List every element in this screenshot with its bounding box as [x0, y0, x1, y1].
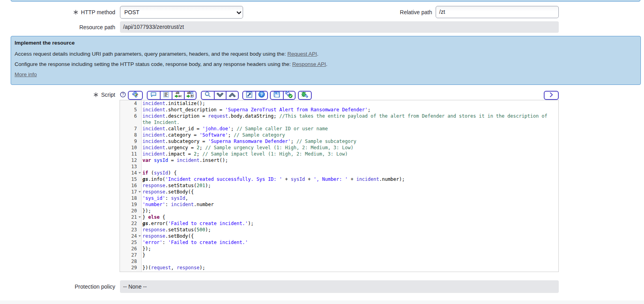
floppy-disk-icon	[273, 91, 280, 99]
fold-marker-icon[interactable]	[139, 172, 141, 174]
start-searching-button[interactable]	[202, 92, 214, 99]
toolbar-button-group	[298, 91, 312, 100]
format-code-button[interactable]	[160, 92, 172, 99]
code-text: incident.category = 'Software'; // Sampl…	[142, 132, 285, 138]
comment-bubble-icon	[150, 91, 157, 99]
code-line[interactable]: 21} else {	[120, 214, 558, 220]
script-help-icon[interactable]: ?	[120, 92, 126, 98]
save-button[interactable]	[271, 92, 283, 99]
code-text: });	[142, 246, 151, 252]
replace-button[interactable]: abac	[172, 92, 184, 99]
code-line[interactable]: 23response.setStatus(500);	[120, 227, 558, 233]
help-button[interactable]: ?	[255, 92, 268, 99]
fold-marker-icon[interactable]	[139, 235, 141, 237]
script-editor-toolbar: ?abacabac?	[0, 91, 644, 100]
code-text	[142, 163, 142, 170]
line-number: 9	[120, 138, 142, 144]
code-line[interactable]: 22gs.error('Failed to create incident.')…	[120, 220, 558, 227]
code-line[interactable]: 10incident.urgency = 2; // Sample urgenc…	[120, 144, 558, 151]
code-line[interactable]: 4incident.initialize();	[120, 100, 558, 107]
code-text: the Incident.	[142, 119, 180, 126]
line-number: 29	[120, 265, 142, 271]
replace-all-button[interactable]: abac	[184, 92, 196, 99]
code-line[interactable]: 14if (sysId) {	[120, 170, 558, 176]
code-line[interactable]: 8incident.category = 'Software'; // Samp…	[120, 132, 558, 138]
code-line[interactable]: 24response.setBody({	[120, 233, 558, 239]
response-api-link[interactable]: Response API	[292, 61, 326, 67]
open-in-new-window-button[interactable]	[243, 92, 255, 99]
line-number: 27	[120, 252, 142, 258]
toolbar-button-group	[270, 91, 296, 100]
line-number: 24	[120, 233, 142, 239]
toggle-full-screen-button[interactable]	[544, 91, 559, 100]
syntax-scroll-icon	[132, 91, 139, 99]
fold-marker-icon[interactable]	[139, 216, 141, 218]
code-line[interactable]: 26});	[120, 246, 558, 252]
code-line[interactable]: 25'error': 'Failed to create incident.'	[120, 239, 558, 246]
code-text: response.setBody({	[142, 233, 194, 239]
help-filled-icon: ?	[258, 91, 265, 99]
line-number: 18	[120, 195, 142, 201]
code-line[interactable]: 17response.setBody({	[120, 189, 558, 195]
chevron-down-glossy-icon	[217, 92, 223, 99]
code-line[interactable]: 6incident.description = request.body.dat…	[120, 113, 558, 119]
code-line[interactable]: 19'number': incident.number	[120, 201, 558, 208]
comment-selected-code-button[interactable]	[148, 92, 160, 99]
line-number: 17	[120, 189, 142, 195]
script-debugger-button[interactable]	[299, 92, 311, 99]
code-text: } else {	[142, 214, 165, 220]
line-number: 11	[120, 151, 142, 157]
line-number: 4	[120, 100, 142, 107]
code-line[interactable]: 20});	[120, 208, 558, 214]
code-line[interactable]: 12var sysId = incident.insert();	[120, 157, 558, 163]
validate-script-button[interactable]	[283, 92, 295, 99]
line-number: 20	[120, 208, 142, 214]
line-number	[120, 119, 142, 126]
code-line[interactable]: 7incident.caller_id = 'john.doe'; // Sam…	[120, 126, 558, 132]
code-line[interactable]: 13	[120, 163, 558, 170]
line-number: 5	[120, 107, 142, 113]
http-method-value: POST	[124, 9, 139, 15]
http-method-label: HTTP method	[0, 6, 115, 19]
code-text: }	[142, 252, 145, 258]
svg-text:ac: ac	[178, 94, 182, 98]
code-line[interactable]: 11incident.impact = 2; // Sample impact …	[120, 151, 558, 157]
line-number: 28	[120, 258, 142, 265]
info-box-line1: Access request details including URI pat…	[15, 51, 318, 57]
find-next-button[interactable]	[214, 92, 226, 99]
code-text: 'sys_id': sysId,	[142, 195, 188, 201]
toggle-syntax-editor-button[interactable]	[129, 92, 142, 99]
code-text: gs.info('Incident created successfully. …	[142, 176, 405, 182]
line-number: 6	[120, 113, 142, 119]
code-line[interactable]: 28	[120, 258, 558, 265]
code-line[interactable]: 29})(request, response);	[120, 265, 558, 271]
script-code-editor[interactable]: 4incident.initialize();5incident.short_d…	[120, 100, 559, 272]
svg-text:?: ?	[260, 92, 263, 97]
more-info-link[interactable]: More info	[15, 71, 37, 77]
code-line[interactable]: the Incident.	[120, 119, 558, 126]
resource-path-value: /api/1077933/zerotrust/zt	[120, 21, 559, 33]
code-line[interactable]: 15gs.info('Incident created successfully…	[120, 176, 558, 182]
code-text: incident.caller_id = 'john.doe'; // Samp…	[142, 126, 328, 132]
code-line[interactable]: 18'sys_id': sysId,	[120, 195, 558, 201]
fold-marker-icon[interactable]	[139, 191, 141, 193]
code-text: incident.description = request.body.data…	[142, 113, 547, 119]
line-number: 22	[120, 220, 142, 227]
request-api-link[interactable]: Request API	[287, 51, 317, 57]
code-line[interactable]: 27}	[120, 252, 558, 258]
code-line[interactable]: 16response.setStatus(201);	[120, 182, 558, 189]
line-number: 10	[120, 144, 142, 151]
line-number: 21	[120, 214, 142, 220]
code-text: response.setStatus(500);	[142, 227, 211, 233]
info-box-line2: Configure the response including setting…	[15, 61, 328, 67]
line-number: 13	[120, 163, 142, 170]
find-previous-button[interactable]	[226, 92, 238, 99]
relative-path-input[interactable]: /zt	[436, 6, 559, 18]
http-method-select[interactable]: POST	[120, 6, 243, 19]
code-text	[142, 258, 142, 265]
code-text: incident.short_description = 'Superna Ze…	[142, 107, 371, 113]
code-line[interactable]: 5incident.short_description = 'Superna Z…	[120, 107, 558, 113]
line-number: 19	[120, 201, 142, 208]
chevron-up-glossy-icon	[229, 92, 236, 99]
code-line[interactable]: 9incident.subcategory = 'Superna Ransomw…	[120, 138, 558, 144]
